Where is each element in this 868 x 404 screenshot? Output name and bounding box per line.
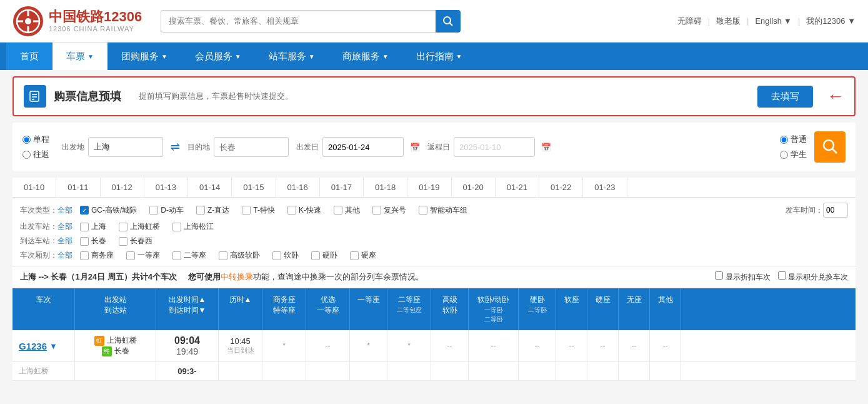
student-ticket-radio[interactable]: 学生 <box>780 149 807 160</box>
filter-d-checkbox[interactable]: D-动车 <box>149 205 184 216</box>
depart-time-input[interactable] <box>823 203 848 218</box>
search-icon <box>442 16 454 27</box>
to-station-item: 终 长春 <box>102 346 129 356</box>
one-way-radio[interactable]: 单程 <box>22 134 49 145</box>
nav-member[interactable]: 会员服务 ▼ <box>181 43 255 70</box>
td-duration-partial <box>219 362 262 380</box>
nav-ticket-arrow-icon: ▼ <box>87 53 94 60</box>
filter-highsoft-checkbox[interactable]: 高级软卧 <box>219 250 260 261</box>
duration-value: 10:45 <box>230 336 251 346</box>
banner-description: 提前填写购票信息，车票起售时快速提交。 <box>139 91 750 102</box>
expand-arrow-icon[interactable]: ▼ <box>49 341 57 351</box>
search-input[interactable] <box>161 10 436 33</box>
round-trip-radio[interactable]: 往返 <box>22 149 49 160</box>
nav-home[interactable]: 首页 <box>6 43 52 70</box>
date-tab-01-11[interactable]: 01-11 <box>56 178 100 197</box>
show-discount-checkbox-label[interactable]: 显示折扣车次 <box>715 271 770 283</box>
transfer-link[interactable]: 中转换乘 <box>221 271 253 283</box>
td-second-g1236: * <box>387 330 431 361</box>
train-number-g1236[interactable]: G1236 <box>19 341 47 351</box>
td-hardhard-g1236: -- <box>519 330 556 361</box>
date-tab-01-15[interactable]: 01-15 <box>232 178 276 197</box>
date-tab-01-14[interactable]: 01-14 <box>188 178 232 197</box>
nav-group-purchase[interactable]: 团购服务 ▼ <box>107 43 181 70</box>
train-class-all[interactable]: 全部 <box>57 251 72 260</box>
filter-changchun-checkbox[interactable]: 长春 <box>80 236 106 246</box>
filter-fuxing-checkbox[interactable]: 复兴号 <box>372 205 406 216</box>
filter-changchunxi-checkbox[interactable]: 长春西 <box>119 236 152 246</box>
filter-first-checkbox[interactable]: 一等座 <box>126 250 160 261</box>
banner-arrow-icon: ← <box>827 86 844 106</box>
date-tab-01-22[interactable]: 01-22 <box>539 178 583 197</box>
to-input[interactable] <box>214 137 289 157</box>
nav-travel-guide[interactable]: 出行指南 ▼ <box>402 43 476 70</box>
td-soft-g1236: -- <box>556 330 587 361</box>
filter-biz-checkbox[interactable]: 商务座 <box>80 250 114 261</box>
search-button[interactable] <box>436 10 461 33</box>
fill-button[interactable]: 去填写 <box>757 86 813 108</box>
nav-station-service[interactable]: 站车服务 ▼ <box>255 43 329 70</box>
premium-seat-value: -- <box>326 341 331 350</box>
depart-station-filter-row: 出发车站：全部 上海 上海虹桥 上海松江 <box>20 221 848 232</box>
filter-second-checkbox[interactable]: 二等座 <box>172 250 206 261</box>
show-points-checkbox-label[interactable]: 显示积分兑换车次 <box>778 271 848 283</box>
depart-station-all[interactable]: 全部 <box>57 222 72 231</box>
barrier-free-link[interactable]: 无障碍 <box>677 16 702 27</box>
train-class-filter-row: 车次厢别：全部 商务座 一等座 二等座 高级软卧 软卧 硬卧 硬座 <box>20 250 848 261</box>
svg-point-7 <box>444 17 451 24</box>
filter-k-checkbox[interactable]: K-快速 <box>287 205 321 216</box>
pre-fill-banner: 购票信息预填 提前填写购票信息，车票起售时快速提交。 去填写 ← <box>12 76 856 116</box>
th-premium: 优选一等座 <box>306 288 350 330</box>
nav-ticket[interactable]: 车票 ▼ <box>52 43 107 70</box>
date-tab-01-17[interactable]: 01-17 <box>320 178 364 197</box>
date-tab-01-19[interactable]: 01-19 <box>407 178 451 197</box>
filter-shanghai-songjiang-checkbox[interactable]: 上海松江 <box>172 221 214 232</box>
my-account-link[interactable]: 我的12306 ▼ <box>806 16 856 27</box>
th-first: 一等座 <box>350 288 387 330</box>
date-tab-01-10[interactable]: 01-10 <box>12 178 56 197</box>
normal-ticket-radio[interactable]: 普通 <box>780 134 807 145</box>
from-input[interactable] <box>88 137 163 157</box>
date-tab-01-21[interactable]: 01-21 <box>496 178 539 197</box>
arrive-station-all[interactable]: 全部 <box>57 236 72 245</box>
filter-shanghai-hongqiao-checkbox[interactable]: 上海虹桥 <box>119 221 160 232</box>
filter-gc-checkbox[interactable]: ✓ GC-高铁/城际 <box>80 205 137 216</box>
date-tab-01-18[interactable]: 01-18 <box>364 178 407 197</box>
senior-mode-link[interactable]: 敬老版 <box>716 16 741 27</box>
train-type-all[interactable]: 全部 <box>57 206 72 215</box>
filter-smart-checkbox[interactable]: 智能动车组 <box>419 205 467 216</box>
depart-label: 出发日 <box>296 142 319 153</box>
date-tab-01-13[interactable]: 01-13 <box>144 178 188 197</box>
th-hard: 硬座 <box>587 288 619 330</box>
svg-point-13 <box>824 140 834 150</box>
ticket-type-selector: 普通 学生 <box>780 134 807 160</box>
filter-other-checkbox[interactable]: 其他 <box>334 205 360 216</box>
arrive-station-label: 到达车站：全部 <box>20 236 72 246</box>
date-tab-01-16[interactable]: 01-16 <box>276 178 320 197</box>
filter-shanghai-checkbox[interactable]: 上海 <box>80 221 106 232</box>
filter-t-checkbox[interactable]: T-特快 <box>242 205 275 216</box>
filter-soft-berth-checkbox[interactable]: 软卧 <box>272 250 299 261</box>
filter-z-checkbox[interactable]: Z-直达 <box>196 205 229 216</box>
logo-area: 中国铁路12306 12306 CHINA RAILWAY <box>12 6 142 37</box>
biz-seat-value: * <box>282 341 286 350</box>
return-date-input[interactable] <box>454 137 535 157</box>
date-tab-01-12[interactable]: 01-12 <box>101 178 144 197</box>
swap-button[interactable]: ⇌ <box>171 140 180 154</box>
th-depart[interactable]: 出发时间▲到达时间▼ <box>156 288 219 330</box>
filter-hard-berth-checkbox[interactable]: 硬卧 <box>311 250 337 261</box>
th-train: 车次 <box>12 288 75 330</box>
nav-business-travel[interactable]: 商旅服务 ▼ <box>329 43 402 70</box>
search-submit-button[interactable] <box>814 131 846 163</box>
show-points-checkbox[interactable] <box>778 271 786 280</box>
th-duration[interactable]: 历时▲ <box>219 288 262 330</box>
td-soft-partial <box>556 362 587 380</box>
date-tab-01-23[interactable]: 01-23 <box>583 178 627 197</box>
filter-hard-seat-checkbox[interactable]: 硬座 <box>350 250 376 261</box>
depart-date-input[interactable] <box>322 137 404 157</box>
language-switcher[interactable]: English ▼ <box>755 16 792 26</box>
depart-calendar-icon: 📅 <box>410 143 420 152</box>
show-discount-checkbox[interactable] <box>715 271 723 280</box>
table-row: G1236 ▼ 虹 上海虹桥 终 长春 09:04 19:49 10:45 当日… <box>12 330 856 362</box>
date-tab-01-20[interactable]: 01-20 <box>452 178 496 197</box>
